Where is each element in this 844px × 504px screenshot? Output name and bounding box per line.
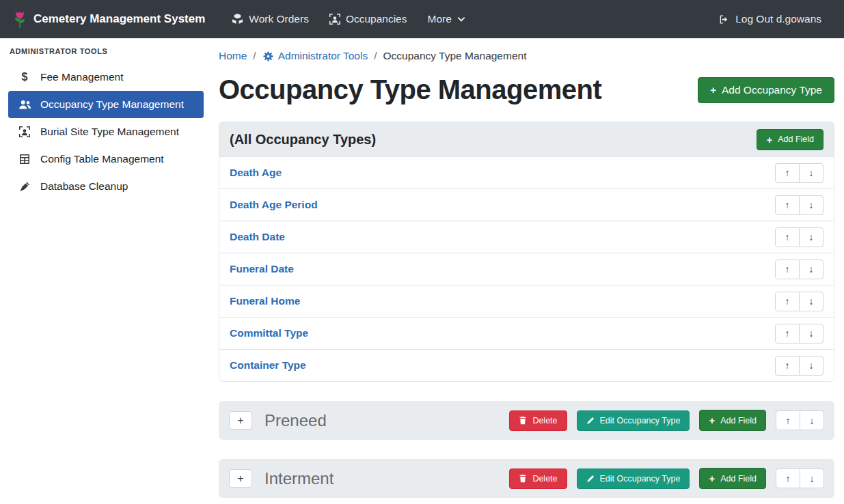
field-row: Funeral Home ↑ ↓	[219, 285, 834, 317]
delete-button[interactable]: Delete	[509, 468, 567, 489]
move-up-button[interactable]: ↑	[775, 356, 800, 376]
chevron-down-icon	[457, 15, 465, 23]
field-link-death-age-period[interactable]: Death Age Period	[230, 199, 318, 211]
nav-item-label: Work Orders	[249, 13, 309, 25]
field-link-container-type[interactable]: Container Type	[230, 359, 306, 372]
field-link-death-date[interactable]: Death Date	[230, 231, 285, 243]
nav-item-work-orders[interactable]: Work Orders	[221, 8, 319, 31]
field-row: Committal Type ↑ ↓	[219, 317, 834, 349]
move-up-button[interactable]: ↑	[776, 468, 800, 488]
edit-occupancy-type-label: Edit Occupancy Type	[600, 416, 681, 425]
field-row: Death Age ↑ ↓	[219, 156, 834, 188]
reorder-buttons: ↑ ↓	[775, 227, 823, 247]
sidebar-item-fee-management[interactable]: $ Fee Management	[8, 64, 204, 91]
sidebar-item-occupancy-type-management[interactable]: Occupancy Type Management	[8, 91, 204, 118]
add-field-button[interactable]: + Add Field	[699, 468, 766, 489]
page-title: Occupancy Type Management	[219, 74, 601, 105]
add-occupancy-type-label: Add Occupancy Type	[722, 84, 822, 96]
sidebar-item-label: Burial Site Type Management	[40, 126, 179, 138]
reorder-buttons: ↑ ↓	[775, 260, 823, 279]
add-field-label: Add Field	[720, 474, 757, 484]
reorder-buttons: ↑ ↓	[775, 292, 823, 311]
field-link-funeral-date[interactable]: Funeral Date	[230, 263, 294, 275]
reorder-buttons: ↑ ↓	[775, 356, 823, 376]
edit-occupancy-type-button[interactable]: Edit Occupancy Type	[577, 468, 690, 489]
field-row: Funeral Date ↑ ↓	[219, 253, 834, 285]
field-row: Death Age Period ↑ ↓	[219, 188, 834, 221]
section-title: Interment	[264, 469, 333, 488]
nav-item-label: More	[428, 13, 452, 25]
all-occupancy-types-title: (All Occupancy Types)	[230, 132, 376, 148]
move-up-button[interactable]: ↑	[776, 410, 800, 430]
top-navbar: Cemetery Management System Work Orders O…	[0, 0, 844, 38]
reorder-buttons: ↑ ↓	[776, 468, 824, 488]
field-link-death-age[interactable]: Death Age	[230, 167, 282, 179]
sidebar-heading: ADMINISTRATOR TOOLS	[8, 47, 204, 64]
move-down-button[interactable]: ↓	[800, 468, 824, 488]
dollar-icon: $	[18, 71, 31, 83]
move-up-button[interactable]: ↑	[775, 195, 800, 215]
move-up-button[interactable]: ↑	[775, 163, 800, 183]
reorder-buttons: ↑ ↓	[775, 324, 823, 344]
trash-icon	[519, 474, 527, 483]
occupancy-type-section-preneed: + Preneed Delete Edit Occupancy Type +	[219, 401, 834, 440]
sidebar-item-database-cleanup[interactable]: Database Cleanup	[8, 173, 204, 200]
nav-item-label: Occupancies	[346, 13, 407, 25]
move-down-button[interactable]: ↓	[799, 195, 823, 215]
people-icon	[18, 100, 31, 110]
navbar-links: Work Orders Occupancies More	[221, 8, 476, 31]
move-down-button[interactable]: ↓	[799, 292, 823, 311]
field-row: Container Type ↑ ↓	[219, 349, 834, 381]
plus-icon: +	[766, 135, 772, 145]
move-up-button[interactable]: ↑	[775, 260, 800, 279]
move-down-button[interactable]: ↓	[799, 260, 823, 279]
move-up-button[interactable]: ↑	[775, 227, 800, 247]
breadcrumb: Home / Administrator Tools / Occupancy T…	[219, 50, 834, 62]
logout-icon	[718, 14, 730, 25]
pencil-icon	[586, 475, 595, 483]
breadcrumb-separator: /	[374, 50, 377, 62]
sidebar-item-label: Occupancy Type Management	[40, 98, 184, 111]
plus-icon: +	[709, 415, 715, 425]
app-brand[interactable]: Cemetery Management System	[12, 10, 205, 29]
section-title: Preneed	[264, 411, 327, 430]
add-field-button[interactable]: + Add Field	[757, 129, 823, 150]
person-bounding-box-icon	[18, 126, 31, 137]
reorder-buttons: ↑ ↓	[775, 163, 823, 183]
move-down-button[interactable]: ↓	[800, 410, 824, 430]
section-actions: Delete Edit Occupancy Type + Add Field ↑…	[509, 468, 824, 489]
reorder-buttons: ↑ ↓	[776, 410, 824, 430]
edit-occupancy-type-label: Edit Occupancy Type	[600, 474, 681, 484]
all-occupancy-types-header: (All Occupancy Types) + Add Field	[219, 122, 834, 156]
logout-button[interactable]: Log Out d.gowans	[708, 8, 832, 31]
move-down-button[interactable]: ↓	[799, 227, 823, 247]
field-link-funeral-home[interactable]: Funeral Home	[230, 295, 300, 307]
move-down-button[interactable]: ↓	[799, 163, 823, 183]
flower-logo-icon	[12, 10, 27, 29]
field-link-committal-type[interactable]: Committal Type	[230, 327, 308, 339]
breadcrumb-current: Occupancy Type Management	[383, 50, 527, 62]
delete-label: Delete	[532, 474, 557, 484]
expand-button[interactable]: +	[229, 411, 252, 430]
expand-button[interactable]: +	[229, 469, 252, 488]
breadcrumb-admin-tools-label: Administrator Tools	[278, 50, 368, 62]
add-occupancy-type-button[interactable]: + Add Occupancy Type	[698, 77, 834, 103]
breadcrumb-home-link[interactable]: Home	[219, 50, 247, 62]
plus-icon: +	[709, 473, 715, 484]
logout-label: Log Out d.gowans	[735, 13, 821, 25]
sidebar-item-burial-site-type-management[interactable]: Burial Site Type Management	[8, 118, 204, 145]
move-up-button[interactable]: ↑	[775, 292, 800, 311]
nav-item-more[interactable]: More	[418, 8, 476, 31]
nav-item-occupancies[interactable]: Occupancies	[319, 8, 418, 31]
sidebar-item-config-table-management[interactable]: Config Table Management	[8, 145, 204, 173]
section-actions: Delete Edit Occupancy Type + Add Field ↑…	[509, 410, 824, 431]
breadcrumb-separator: /	[253, 50, 256, 62]
move-down-button[interactable]: ↓	[799, 356, 823, 376]
delete-button[interactable]: Delete	[509, 410, 567, 431]
move-down-button[interactable]: ↓	[799, 324, 823, 344]
main-content: Home / Administrator Tools / Occupancy T…	[210, 38, 844, 498]
breadcrumb-admin-tools-link[interactable]: Administrator Tools	[262, 50, 368, 62]
add-field-button[interactable]: + Add Field	[699, 410, 766, 431]
edit-occupancy-type-button[interactable]: Edit Occupancy Type	[577, 410, 690, 431]
move-up-button[interactable]: ↑	[775, 324, 800, 344]
